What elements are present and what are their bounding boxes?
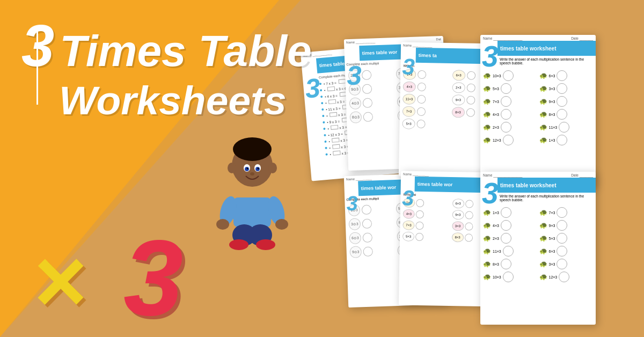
vertical-line-decoration	[36, 30, 38, 105]
watermark-3-5: 3	[482, 179, 499, 208]
watermark-3-3: 3	[402, 55, 415, 78]
worksheet-card-5: Name _______________ Date _______ 3 time…	[480, 172, 596, 325]
svg-point-13	[228, 163, 236, 173]
worksheets-preview-area: Name ___________ Date ______ 3 times tab…	[301, 32, 633, 327]
watermark-3-4: 3	[482, 42, 499, 71]
title-worksheets: Worksheets	[59, 80, 312, 121]
svg-point-10	[247, 168, 248, 170]
worksheet-card-4: Name _______________ Date _______ 3 time…	[480, 35, 596, 188]
svg-point-12	[250, 172, 254, 175]
card3-header-text: times ta	[419, 53, 437, 58]
card5-header: times table worksheet	[500, 182, 556, 188]
svg-point-11	[258, 168, 259, 170]
watermark-3-2: 3	[346, 62, 362, 89]
card4-header: times table worksheet	[500, 46, 556, 52]
svg-point-14	[268, 163, 277, 173]
svg-point-5	[233, 137, 272, 161]
main-container: 3 Times Table Worksheets × 3	[0, 0, 644, 337]
title-area: 3 Times Table Worksheets	[21, 16, 312, 121]
card2-header-text: times table wor	[362, 49, 398, 56]
svg-point-23	[256, 239, 275, 250]
x-multiplication-symbol: ×	[32, 235, 85, 326]
date-label-2: Dat	[436, 38, 441, 41]
boy-character-illustration	[209, 122, 295, 251]
svg-point-18	[216, 219, 229, 230]
name-label-2: Name ___________	[346, 40, 376, 44]
svg-rect-15	[233, 197, 271, 227]
svg-point-19	[275, 219, 288, 230]
svg-point-22	[229, 239, 248, 250]
title-times-table: Times Table	[60, 29, 311, 73]
red-three-number: 3	[123, 224, 183, 332]
